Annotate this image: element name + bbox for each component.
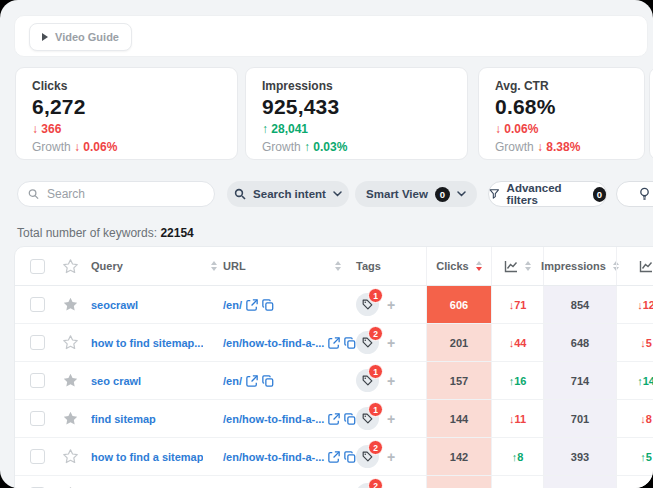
- search-intent-dropdown[interactable]: Search intent: [227, 181, 349, 207]
- clicks-value: 144: [450, 413, 468, 425]
- impressions-change: ↑5: [640, 451, 652, 463]
- video-guide-label: Video Guide: [55, 31, 119, 43]
- url-link[interactable]: /en/how-to-find-a-...: [223, 451, 356, 463]
- chart-icon: [639, 260, 653, 273]
- clicks-change: ↓71: [509, 299, 527, 311]
- impressions-value: 393: [571, 451, 589, 463]
- star-icon[interactable]: [62, 258, 79, 275]
- table-row: seocrawl /en/ 1 + 606 ↓71 854 ↓12: [15, 286, 653, 324]
- card-title: Clicks: [32, 79, 221, 93]
- row-checkbox[interactable]: [30, 335, 45, 350]
- table-header: Query URL Tags Clicks Impressions: [15, 247, 653, 286]
- video-guide-panel: Video Guide: [14, 15, 648, 57]
- filter-funnel-icon: [489, 188, 500, 200]
- video-guide-button[interactable]: Video Guide: [29, 23, 132, 51]
- card-delta: ↑ 28,041: [262, 122, 451, 136]
- query-link[interactable]: find sitemap: [91, 413, 156, 425]
- card-title: Impressions: [262, 79, 451, 93]
- search-input[interactable]: [45, 186, 204, 202]
- keywords-total-label: Total number of keywords:: [17, 226, 157, 240]
- copy-icon[interactable]: [262, 299, 274, 311]
- impressions-value: 701: [571, 413, 589, 425]
- url-link[interactable]: /en/how-to-find-a-...: [223, 413, 356, 425]
- row-checkbox[interactable]: [30, 297, 45, 312]
- query-link[interactable]: how to find sitemap...: [91, 337, 203, 349]
- card-delta: ↓ 0.06%: [495, 122, 628, 136]
- impressions-change: ↓5: [640, 337, 652, 349]
- tag-count-badge: 2: [368, 478, 383, 488]
- play-icon: [42, 33, 48, 41]
- add-tag-button[interactable]: +: [387, 411, 395, 427]
- smart-view-count-badge: 0: [435, 187, 450, 202]
- url-link[interactable]: /en/: [223, 375, 274, 387]
- keywords-total-count: 22154: [160, 226, 193, 240]
- col-tags: Tags: [356, 260, 381, 272]
- query-link[interactable]: seo crawl: [91, 375, 141, 387]
- external-link-icon[interactable]: [328, 337, 340, 349]
- card-growth: Growth ↓ 0.06%: [32, 140, 221, 154]
- suggestions-button[interactable]: A: [616, 181, 653, 207]
- table-row: 2 +: [15, 476, 653, 488]
- clicks-value: 606: [450, 299, 468, 311]
- sort-clicks-change[interactable]: [525, 261, 531, 271]
- url-link[interactable]: /en/how-to-find-a-...: [223, 337, 356, 349]
- add-tag-button[interactable]: +: [387, 297, 395, 313]
- row-checkbox[interactable]: [30, 449, 45, 464]
- tag-count-badge: 1: [368, 364, 383, 379]
- search-icon: [234, 188, 246, 200]
- star-icon[interactable]: [62, 296, 79, 313]
- star-icon[interactable]: [62, 448, 79, 465]
- sort-clicks[interactable]: [476, 261, 482, 271]
- impressions-change: ↓12: [637, 299, 653, 311]
- add-tag-button[interactable]: +: [387, 373, 395, 389]
- clicks-change: ↑8: [512, 451, 524, 463]
- add-tag-button[interactable]: +: [387, 449, 395, 465]
- star-icon[interactable]: [62, 372, 79, 389]
- clicks-value: 157: [450, 375, 468, 387]
- table-row: how to find sitemap... /en/how-to-find-a…: [15, 324, 653, 362]
- clicks-change: ↓11: [509, 413, 526, 425]
- col-clicks: Clicks: [436, 260, 468, 272]
- clicks-change: ↓44: [509, 337, 527, 349]
- chevron-down-icon: [457, 191, 466, 197]
- smart-view-label: Smart View: [366, 188, 428, 200]
- card-growth: Growth ↓ 8.38%: [495, 140, 628, 154]
- copy-icon[interactable]: [262, 375, 274, 387]
- stat-card-avg-ctr: Avg. CTR 0.68% ↓ 0.06% Growth ↓ 8.38%: [478, 67, 645, 160]
- query-link[interactable]: seocrawl: [91, 299, 138, 311]
- advanced-filters-count-badge: 0: [593, 187, 606, 202]
- stat-card-impressions: Impressions 925,433 ↑ 28,041 Growth ↑ 0.…: [245, 67, 468, 160]
- impressions-change: ↓8: [640, 413, 652, 425]
- url-link[interactable]: /en/: [223, 299, 274, 311]
- smart-view-dropdown[interactable]: Smart View 0: [355, 181, 477, 207]
- card-title: Avg. CTR: [495, 79, 628, 93]
- query-link[interactable]: how to find a sitemap: [91, 451, 203, 463]
- search-input-wrapper: [17, 181, 215, 207]
- chart-icon: [504, 260, 518, 273]
- row-checkbox[interactable]: [30, 411, 45, 426]
- row-checkbox[interactable]: [30, 373, 45, 388]
- advanced-filters-button[interactable]: Advanced filters 0: [488, 181, 607, 207]
- add-tag-button[interactable]: +: [387, 335, 395, 351]
- card-value: 6,272: [32, 95, 221, 119]
- tag-count-badge: 2: [368, 440, 383, 455]
- external-link-icon[interactable]: [246, 299, 258, 311]
- impressions-value: 648: [571, 337, 589, 349]
- app-screen: Video Guide Clicks 6,272 ↓ 366 Growth ↓ …: [0, 0, 653, 488]
- external-link-icon[interactable]: [328, 451, 340, 463]
- col-impressions: Impressions: [541, 260, 606, 272]
- impressions-value: 714: [571, 375, 589, 387]
- table-row: seo crawl /en/ 1 + 157 ↑16 714 ↑14: [15, 362, 653, 400]
- keywords-table: Query URL Tags Clicks Impressions seocra…: [14, 246, 653, 488]
- external-link-icon[interactable]: [246, 375, 258, 387]
- col-query: Query: [91, 260, 123, 272]
- chevron-down-icon: [333, 191, 342, 197]
- table-row: find sitemap /en/how-to-find-a-... 1 + 1…: [15, 400, 653, 438]
- star-icon[interactable]: [62, 410, 79, 427]
- select-all-checkbox[interactable]: [30, 259, 45, 274]
- col-url: URL: [223, 260, 246, 272]
- keywords-total: Total number of keywords: 22154: [17, 226, 194, 240]
- external-link-icon[interactable]: [328, 413, 340, 425]
- stat-card-clicks: Clicks 6,272 ↓ 366 Growth ↓ 0.06%: [15, 67, 238, 160]
- star-icon[interactable]: [62, 334, 79, 351]
